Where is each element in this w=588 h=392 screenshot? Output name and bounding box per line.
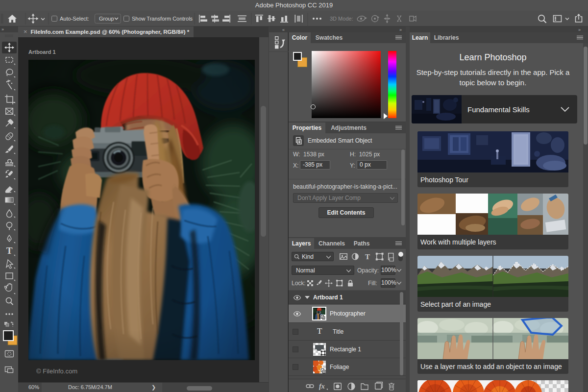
svg-text:T: T [365,253,370,261]
svg-text:fx: fx [319,383,325,390]
svg-text:T: T [6,245,13,256]
